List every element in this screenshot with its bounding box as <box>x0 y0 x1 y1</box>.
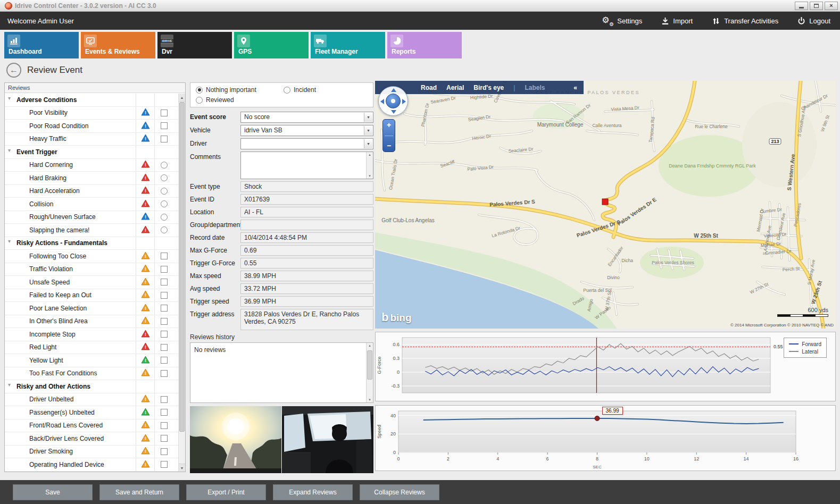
review-checkbox[interactable] <box>161 409 168 416</box>
pan-up-icon[interactable] <box>391 88 396 92</box>
review-group-risky-actions-fundamentals[interactable]: ▾Risky Actions - Fundamentals <box>5 237 178 250</box>
zoom-in-button[interactable]: + <box>387 121 391 130</box>
review-checkbox[interactable] <box>161 357 168 364</box>
review-item-hard-braking[interactable]: Hard Braking! <box>5 172 178 185</box>
close-button[interactable]: × <box>825 2 838 10</box>
zoom-out-button[interactable]: − <box>387 141 391 150</box>
save-button[interactable]: Save <box>13 484 93 500</box>
review-radio[interactable] <box>161 226 168 233</box>
front-camera-thumbnail[interactable] <box>190 406 281 473</box>
scroll-down-icon[interactable]: ▼ <box>368 398 371 401</box>
map-panel[interactable]: EAST RANCHO PALOS VERDESMarymount Colleg… <box>375 81 836 329</box>
scroll-up-icon[interactable]: ▲ <box>368 344 371 347</box>
review-item-rough-uneven-surface[interactable]: Rough/Uneven Surface! <box>5 211 178 224</box>
expand-reviews-button[interactable]: Expand Reviews <box>273 484 353 500</box>
review-radio[interactable] <box>161 214 168 221</box>
event-location-marker[interactable] <box>602 199 608 205</box>
review-item-collision[interactable]: Collision! <box>5 198 178 211</box>
review-item-poor-lane-selection[interactable]: Poor Lane Selection! <box>5 302 178 315</box>
import-action[interactable]: Import <box>661 17 693 25</box>
scroll-down-icon[interactable]: ▼ <box>179 464 185 472</box>
driver-camera-thumbnail[interactable] <box>282 406 373 473</box>
event-score-select[interactable]: No score▼ <box>240 112 373 123</box>
map-view-road[interactable]: Road <box>421 84 437 91</box>
review-item-front-road-lens-covered[interactable]: Front/Road Lens Covered! <box>5 419 178 433</box>
review-checkbox[interactable] <box>161 292 168 299</box>
review-item-operating-handled-device[interactable]: Operating Handled Device! <box>5 458 178 472</box>
pan-left-icon[interactable] <box>380 99 384 104</box>
settings-action[interactable]: ⚙⚙Settings <box>602 16 642 26</box>
scrollbar[interactable]: ▲▼ <box>366 152 373 179</box>
review-checkbox[interactable] <box>161 110 168 116</box>
tab-reports[interactable]: Reports <box>387 32 462 58</box>
review-item-poor-road-condition[interactable]: Poor Road Condition! <box>5 120 178 133</box>
review-checkbox[interactable] <box>161 305 168 312</box>
vehicle-select[interactable]: idrive Van SB▼ <box>240 125 373 136</box>
review-item-heavy-traffic[interactable]: Heavy Traffic! <box>5 133 178 146</box>
tab-dashboard[interactable]: Dashboard <box>4 32 79 58</box>
collapse-reviews-button[interactable]: Collapse Reviews <box>360 484 439 500</box>
driver-select[interactable]: ▼ <box>240 138 373 149</box>
review-item-unsafe-speed[interactable]: Unsafe Speed! <box>5 276 178 289</box>
minimize-button[interactable] <box>795 2 808 10</box>
review-item-slapping-the-camera[interactable]: Slapping the camera!! <box>5 224 178 237</box>
review-checkbox[interactable] <box>161 448 168 455</box>
tab-events-reviews[interactable]: Events & Reviews <box>81 32 155 58</box>
review-item-driver-smoking[interactable]: Driver Smoking! <box>5 446 178 459</box>
review-checkbox[interactable] <box>161 266 168 273</box>
review-checkbox[interactable] <box>161 122 168 129</box>
review-item-poor-visibility[interactable]: Poor Visibility! <box>5 107 178 120</box>
review-group-adverse-conditions[interactable]: ▾Adverse Conditions <box>5 94 178 107</box>
review-checkbox[interactable] <box>161 136 168 142</box>
review-checkbox[interactable] <box>161 318 168 325</box>
map-view-aerial[interactable]: Aerial <box>446 84 464 91</box>
review-checkbox[interactable] <box>161 396 168 403</box>
review-item-clipped[interactable]: ! <box>5 472 178 472</box>
logout-action[interactable]: Logout <box>797 17 830 25</box>
back-button[interactable]: ← <box>6 63 21 78</box>
review-checkbox[interactable] <box>161 253 168 259</box>
map-view-labels[interactable]: Labels <box>525 84 545 91</box>
review-item-hard-acceleration[interactable]: Hard Acceleration! <box>5 185 178 198</box>
collapse-arrow-icon[interactable]: ▾ <box>8 382 11 388</box>
review-radio[interactable] <box>161 174 168 181</box>
review-item-back-driver-lens-covered[interactable]: Back/Driver Lens Covered! <box>5 432 178 446</box>
review-group-event-trigger[interactable]: ▾Event Trigger <box>5 146 178 159</box>
review-item-too-fast-for-conditions[interactable]: Too Fast For Conditions! <box>5 367 178 381</box>
review-checkbox[interactable] <box>161 344 168 351</box>
chevron-down-icon[interactable]: ▼ <box>364 139 372 148</box>
pan-down-icon[interactable] <box>391 110 396 114</box>
review-item-traffic-violation[interactable]: Traffic Violation! <box>5 263 178 276</box>
tab-fleet-manager[interactable]: Fleet Manager <box>311 32 385 58</box>
review-radio[interactable] <box>161 162 168 169</box>
pan-right-icon[interactable] <box>402 99 406 104</box>
review-item-hard-cornering[interactable]: Hard Cornering! <box>5 159 178 172</box>
review-item-yellow-light[interactable]: Yellow Light! <box>5 354 178 367</box>
tab-gps[interactable]: GPS <box>234 32 309 58</box>
review-item-incomplete-stop[interactable]: Incomplete Stop! <box>5 328 178 341</box>
review-item-red-light[interactable]: Red Light! <box>5 341 178 355</box>
maximize-button[interactable] <box>810 2 823 10</box>
review-item-failed-to-keep-an-out[interactable]: Failed to Keep an Out! <box>5 289 178 303</box>
review-radio[interactable] <box>161 188 168 195</box>
review-item-in-other-s-blind-area[interactable]: In Other's Blind Area! <box>5 315 178 329</box>
review-checkbox[interactable] <box>161 422 168 429</box>
map-canvas[interactable] <box>375 81 836 329</box>
review-group-risky-and-other-actions[interactable]: ▾Risky and Other Actions <box>5 380 178 393</box>
tab-dvr[interactable]: IDRIVEDvr <box>157 32 232 58</box>
comments-textarea[interactable]: ▲▼ <box>240 152 373 179</box>
review-item-following-too-close[interactable]: Following Too Close! <box>5 250 178 263</box>
review-radio[interactable] <box>161 200 168 207</box>
review-checkbox[interactable] <box>161 435 168 442</box>
classification-incident[interactable]: Incident <box>284 86 368 94</box>
save-and-return-button[interactable]: Save and Return <box>99 484 179 500</box>
scroll-thumb[interactable] <box>367 350 372 380</box>
chevron-down-icon[interactable]: ▼ <box>364 126 372 135</box>
map-collapse-button[interactable]: « <box>573 84 577 91</box>
collapse-arrow-icon[interactable]: ▾ <box>8 95 11 101</box>
review-item-driver-unbelted[interactable]: Driver Unbelted! <box>5 393 178 407</box>
review-checkbox[interactable] <box>161 331 168 338</box>
compass-center[interactable] <box>386 94 401 108</box>
map-view-bird-s-eye[interactable]: Bird's eye <box>473 84 504 91</box>
map-pan-control[interactable] <box>378 86 408 116</box>
